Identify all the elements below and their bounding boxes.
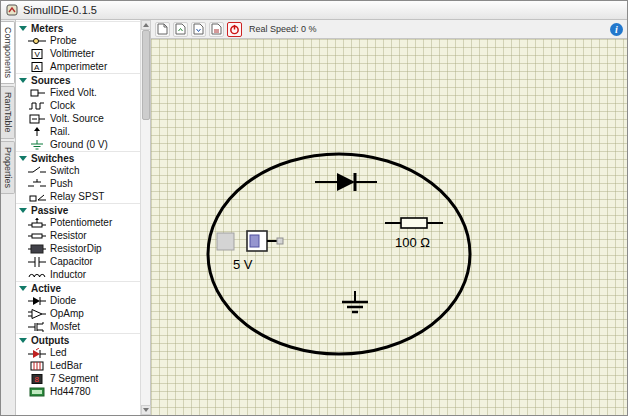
item-label: LedBar	[50, 360, 82, 371]
sidebar-item-capacitor[interactable]: Capacitor	[16, 255, 140, 268]
scrollbar-track[interactable]	[141, 30, 151, 405]
sidebar-item-inductor[interactable]: Inductor	[16, 268, 140, 281]
sidebar-item-hd44780[interactable]: Hd44780	[16, 385, 140, 398]
arrow-down-icon	[143, 408, 149, 412]
svg-text:V: V	[35, 50, 41, 59]
collapse-arrow-icon	[19, 208, 27, 213]
item-label: ResistorDip	[50, 243, 102, 254]
sidebar-item-probe[interactable]: Probe	[16, 34, 140, 47]
info-button[interactable]: i	[610, 23, 623, 36]
sidebar-item-resistor[interactable]: Resistor	[16, 229, 140, 242]
collapse-arrow-icon	[19, 26, 27, 31]
sidebar-item-amperimeter[interactable]: A Amperimeter	[16, 60, 140, 73]
app-window: SimulIDE-0.1.5 Components RamTable Prope…	[0, 0, 628, 416]
item-label: Mosfet	[50, 321, 80, 332]
sidebar-item-potentiometer[interactable]: Potentiometer	[16, 216, 140, 229]
led-icon	[28, 348, 46, 358]
category-label: Sources	[31, 75, 70, 86]
scroll-down-button[interactable]	[141, 405, 151, 415]
sidebar-item-voltimeter[interactable]: V Voltimeter	[16, 47, 140, 60]
rail-icon	[28, 127, 46, 137]
sidebar-scrollbar[interactable]	[140, 20, 150, 415]
tab-properties[interactable]: Properties	[1, 141, 15, 194]
diode-icon	[28, 296, 46, 306]
item-label: Inductor	[50, 269, 86, 280]
category-label: Switches	[31, 153, 74, 164]
item-label: Voltimeter	[50, 48, 94, 59]
item-label: Hd44780	[50, 386, 91, 397]
item-label: Push	[50, 178, 73, 189]
sidebar-item-ground[interactable]: Ground (0 V)	[16, 138, 140, 151]
tab-components[interactable]: Components	[1, 21, 15, 84]
relay-icon	[28, 192, 46, 202]
collapse-arrow-icon	[19, 78, 27, 83]
ground-component[interactable]	[342, 291, 368, 312]
fixed-volt-icon	[28, 88, 46, 98]
sidebar-item-ledbar[interactable]: LedBar	[16, 359, 140, 372]
item-label: Potentiometer	[50, 217, 112, 228]
ammeter-icon: A	[28, 62, 46, 72]
components-tree: Meters Probe V Voltimeter A Amperimeter	[16, 20, 140, 415]
window-title: SimulIDE-0.1.5	[23, 4, 97, 16]
real-speed-label: Real Speed: 0 %	[249, 24, 317, 34]
sidebar-item-7segment[interactable]: 8 7 Segment	[16, 372, 140, 385]
sidebar-item-volt-source[interactable]: Volt. Source	[16, 112, 140, 125]
collapse-arrow-icon	[19, 156, 27, 161]
diode-component[interactable]	[315, 173, 377, 191]
item-label: Probe	[50, 35, 77, 46]
item-label: 7 Segment	[50, 373, 98, 384]
category-passive[interactable]: Passive	[16, 203, 140, 216]
sidebar-item-led[interactable]: Led	[16, 346, 140, 359]
item-label: Switch	[50, 165, 79, 176]
inductor-icon	[28, 270, 46, 280]
category-switches[interactable]: Switches	[16, 151, 140, 164]
scroll-up-button[interactable]	[141, 20, 151, 30]
open-file-icon	[175, 23, 186, 35]
voltage-source-pad[interactable]	[217, 233, 234, 250]
resistor-component[interactable]: 100 Ω	[385, 218, 443, 250]
side-tabstrip: Components RamTable Properties	[1, 20, 16, 415]
category-outputs[interactable]: Outputs	[16, 333, 140, 346]
save-circuit-button[interactable]	[191, 22, 206, 37]
category-sources[interactable]: Sources	[16, 73, 140, 86]
category-label: Meters	[31, 23, 63, 34]
resistor-icon	[28, 231, 46, 241]
save-as-circuit-button[interactable]	[209, 22, 224, 37]
category-active[interactable]: Active	[16, 281, 140, 294]
category-meters[interactable]: Meters	[16, 21, 140, 34]
svg-text:8: 8	[35, 375, 40, 384]
voltage-source-component[interactable]: 5 V	[217, 231, 283, 272]
resistor-value-label: 100 Ω	[395, 235, 430, 250]
sidebar-item-mosfet[interactable]: Mosfet	[16, 320, 140, 333]
sidebar-item-push[interactable]: Push	[16, 177, 140, 190]
sidebar-item-switch[interactable]: Switch	[16, 164, 140, 177]
app-icon	[6, 4, 18, 16]
sidebar-item-fixed-volt[interactable]: Fixed Volt.	[16, 86, 140, 99]
seven-segment-icon: 8	[28, 374, 46, 384]
arrow-up-icon	[143, 23, 149, 27]
circuit-scene: 100 Ω 5 V	[151, 39, 627, 415]
category-label: Outputs	[31, 335, 69, 346]
sidebar-item-diode[interactable]: Diode	[16, 294, 140, 307]
svg-text:A: A	[34, 63, 40, 72]
circuit-canvas[interactable]: 100 Ω 5 V	[151, 39, 627, 415]
new-circuit-button[interactable]	[155, 22, 170, 37]
voltage-source-value-label: 5 V	[233, 257, 253, 272]
switch-icon	[28, 166, 46, 176]
tab-ramtable[interactable]: RamTable	[1, 86, 15, 139]
save-file-icon	[193, 23, 204, 35]
category-label: Passive	[31, 205, 68, 216]
open-circuit-button[interactable]	[173, 22, 188, 37]
scrollbar-thumb[interactable]	[142, 30, 150, 120]
category-label: Active	[31, 283, 61, 294]
power-simulation-button[interactable]	[227, 22, 242, 37]
sidebar-item-rail[interactable]: Rail.	[16, 125, 140, 138]
item-label: Ground (0 V)	[50, 139, 108, 150]
sidebar-item-clock[interactable]: Clock	[16, 99, 140, 112]
sidebar-item-resistordip[interactable]: ResistorDip	[16, 242, 140, 255]
sidebar-item-opamp[interactable]: OpAmp	[16, 307, 140, 320]
sidebar-item-relay-spst[interactable]: Relay SPST	[16, 190, 140, 203]
new-file-icon	[157, 23, 168, 35]
capacitor-icon	[28, 257, 46, 267]
resistordip-icon	[28, 244, 46, 254]
